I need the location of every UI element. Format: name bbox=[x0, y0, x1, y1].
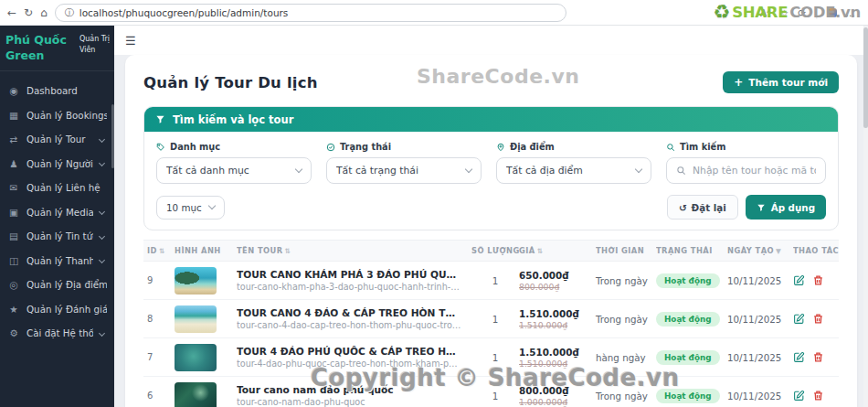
tour-created-date: 10/11/2025 bbox=[727, 391, 793, 402]
edit-button[interactable] bbox=[793, 313, 805, 325]
tour-id: 9 bbox=[143, 275, 175, 285]
sidebar-item-label: Quản lý Media bbox=[26, 207, 93, 218]
delete-button[interactable] bbox=[812, 274, 824, 286]
delete-button[interactable] bbox=[812, 351, 824, 363]
table-row: 9 TOUR CANO KHÁM PHÁ 3 ĐẢO PHÚ QUỐC (Hàn… bbox=[143, 262, 839, 300]
category-select[interactable]: Tất cả danh mục bbox=[156, 157, 312, 184]
url-bar[interactable]: ⓘ localhost/phuquocgreen/public/admin/to… bbox=[55, 4, 566, 22]
chevron-down-icon bbox=[295, 166, 302, 173]
hamburger-menu-icon[interactable]: ☰ bbox=[125, 34, 136, 48]
map-pin-icon bbox=[496, 143, 505, 152]
sidebar-scrollbar[interactable] bbox=[111, 104, 114, 168]
chevron-down-icon bbox=[99, 136, 105, 143]
sidebar-item-label: Quản lý Tin tức bbox=[26, 230, 93, 241]
col-created[interactable]: NGÀY TẠO▼ bbox=[727, 246, 793, 255]
field-label: Trạng thái bbox=[340, 142, 391, 152]
location-select[interactable]: Tất cả địa điểm bbox=[496, 157, 651, 184]
add-tour-button[interactable]: + Thêm tour mới bbox=[723, 71, 839, 93]
tour-duration: Trong ngày bbox=[596, 391, 656, 402]
home-icon[interactable]: ⌂ bbox=[40, 7, 48, 18]
sidebar-item-tours[interactable]: ⇄ Quản lý Tour bbox=[0, 127, 114, 152]
field-label: Địa điểm bbox=[510, 142, 555, 152]
tour-id: 6 bbox=[143, 391, 175, 401]
edit-button[interactable] bbox=[793, 274, 805, 286]
tour-qty: 1 bbox=[471, 314, 519, 325]
search-icon bbox=[666, 143, 675, 152]
reset-button[interactable]: ↺ Đặt lại bbox=[667, 195, 738, 220]
per-page-select[interactable]: 10 mục bbox=[156, 196, 225, 220]
tour-price: 1.510.000₫ bbox=[519, 347, 596, 358]
sidebar-item-label: Quản lý Người dùng bbox=[26, 158, 93, 169]
sort-icon: ⇅ bbox=[159, 247, 165, 255]
check-circle-icon bbox=[326, 143, 335, 152]
logo-code-text: CODE.vn bbox=[789, 4, 861, 21]
sidebar-item-bookings[interactable]: ▦ Quản lý Bookings bbox=[0, 103, 114, 128]
content: Quản lý Tour Du lịch + Thêm tour mới Tìm… bbox=[114, 55, 868, 407]
table-row: 8 TOUR CANO 4 ĐẢO & CÁP TREO HÒN THƠM PH… bbox=[143, 300, 839, 338]
tour-slug: tour-cano-4-dao-cap-treo-hon-thom-phu-qu… bbox=[237, 320, 462, 330]
filter-panel: Tìm kiếm và lọc tour Danh mục bbox=[143, 106, 839, 230]
sidebar-item-settings[interactable]: ⚙ Cài đặt Hệ thống bbox=[0, 321, 114, 346]
tour-old-price: 800.000₫ bbox=[519, 282, 596, 292]
apply-button[interactable]: Áp dụng bbox=[746, 195, 826, 220]
sidebar-item-reviews[interactable]: ★ Quản lý Đánh giá bbox=[0, 297, 114, 322]
tour-thumbnail bbox=[175, 344, 217, 371]
sidebar-item-dashboard[interactable]: ◉ Dashboard bbox=[0, 79, 114, 103]
page-scrollbar[interactable] bbox=[863, 26, 868, 407]
tour-created-date: 10/11/2025 bbox=[727, 352, 793, 363]
star-icon: ★ bbox=[7, 304, 20, 315]
sort-icon: ⇅ bbox=[537, 247, 544, 255]
main-area: ☰ Quản lý Tour Du lịch + Thêm tour mới bbox=[114, 26, 868, 407]
edit-button[interactable] bbox=[793, 390, 805, 402]
category-select-value: Tất cả danh mục bbox=[166, 165, 296, 177]
tour-name: Tour cano nam đảo phú quốc bbox=[237, 384, 462, 395]
sidebar-item-label: Quản lý Địa điểm bbox=[26, 279, 107, 290]
tour-thumbnail bbox=[175, 305, 217, 333]
col-price[interactable]: GIÁ⇅ bbox=[519, 246, 596, 255]
status-badge: Hoạt động bbox=[656, 350, 720, 365]
search-box[interactable] bbox=[666, 157, 826, 184]
col-id[interactable]: ID⇅ bbox=[143, 246, 175, 255]
filter-field-search: Tìm kiếm bbox=[666, 142, 826, 184]
sidebar-item-payments[interactable]: ◫ Quản lý Thanh toán bbox=[0, 249, 114, 273]
sidebar-item-label: Quản lý Thanh toán bbox=[26, 255, 93, 266]
per-page-value: 10 mục bbox=[166, 202, 202, 213]
delete-button[interactable] bbox=[812, 390, 824, 402]
scrollbar-thumb[interactable] bbox=[863, 27, 868, 128]
tour-id: 8 bbox=[143, 314, 175, 324]
tour-qty: 1 bbox=[471, 275, 519, 286]
tour-old-price: 1.510.000₫ bbox=[519, 320, 596, 330]
status-badge: Hoạt động bbox=[656, 389, 720, 403]
col-name[interactable]: TÊN TOUR⇅ bbox=[237, 246, 471, 255]
sidebar-item-contacts[interactable]: ✉ Quản lý Liên hệ bbox=[0, 176, 114, 200]
tour-price: 800.000₫ bbox=[519, 385, 596, 396]
url-text: localhost/phuquocgreen/public/admin/tour… bbox=[79, 7, 289, 18]
sidebar-item-label: Quản lý Liên hệ bbox=[26, 182, 101, 193]
sidebar-item-label: Cài đặt Hệ thống bbox=[26, 327, 93, 338]
tag-icon bbox=[156, 143, 165, 152]
delete-button[interactable] bbox=[812, 313, 824, 325]
sidebar-item-locations[interactable]: ◎ Quản lý Địa điểm bbox=[0, 273, 114, 297]
sidebar-nav: ◉ Dashboard ▦ Quản lý Bookings ⇄ Quản lý… bbox=[0, 71, 114, 346]
col-image: HÌNH ẢNH bbox=[175, 246, 237, 255]
sidebar-item-label: Quản lý Tour bbox=[26, 134, 86, 145]
chevron-down-icon bbox=[99, 330, 105, 337]
brand-block: Phú Quốc Green Quản Trị Viên bbox=[0, 26, 114, 71]
sidebar-item-users[interactable]: ♟ Quản lý Người dùng bbox=[0, 152, 114, 177]
users-icon: ♟ bbox=[7, 158, 20, 169]
col-status: TRẠNG THÁI bbox=[656, 246, 727, 255]
search-input[interactable] bbox=[693, 165, 816, 177]
site-info-icon[interactable]: ⓘ bbox=[65, 6, 74, 19]
sidebar-item-media[interactable]: ▣ Quản lý Media bbox=[0, 200, 114, 225]
tour-name: TOUR CANO 4 ĐẢO & CÁP TREO HÒN THƠM PHÚ … bbox=[237, 307, 462, 318]
funnel-icon bbox=[155, 114, 165, 124]
admin-role-label: Quản Trị Viên bbox=[79, 34, 110, 56]
refresh-icon[interactable]: ↻ bbox=[24, 7, 33, 18]
tours-table: ID⇅ HÌNH ẢNH TÊN TOUR⇅ SỐ LƯỢNG GIÁ⇅ THỜ… bbox=[143, 240, 839, 407]
sidebar-item-label: Quản lý Đánh giá bbox=[26, 304, 107, 315]
back-icon[interactable]: ← bbox=[7, 7, 16, 18]
status-select[interactable]: Tất cả trạng thái bbox=[326, 157, 482, 184]
sidebar-item-news[interactable]: ▤ Quản lý Tin tức bbox=[0, 224, 114, 249]
edit-button[interactable] bbox=[793, 351, 805, 363]
chevron-down-icon bbox=[465, 166, 472, 173]
